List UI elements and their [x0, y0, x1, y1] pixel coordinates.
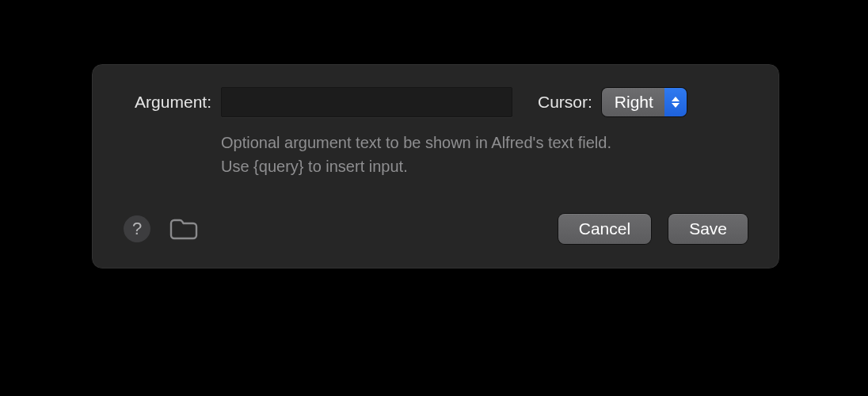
help-text-line1: Optional argument text to be shown in Al… — [221, 134, 611, 151]
cancel-button[interactable]: Cancel — [558, 214, 651, 244]
help-text-line2: Use {query} to insert input. — [221, 158, 408, 175]
help-icon: ? — [124, 215, 150, 242]
folder-icon — [168, 216, 200, 242]
dialog-panel: Argument: Cursor: Right Optional argumen… — [91, 63, 780, 269]
save-button[interactable]: Save — [668, 214, 748, 244]
argument-label: Argument: — [124, 93, 211, 112]
cancel-button-label: Cancel — [579, 219, 630, 238]
cursor-select[interactable]: Right — [602, 88, 687, 116]
dialog-footer: ? Cancel Save — [124, 211, 748, 246]
argument-help-text: Optional argument text to be shown in Al… — [221, 131, 712, 178]
argument-input[interactable] — [221, 87, 512, 117]
chevron-down-icon — [672, 103, 680, 108]
cursor-label: Cursor: — [538, 93, 592, 112]
help-button[interactable]: ? — [124, 215, 150, 242]
dropdown-stepper-icon — [664, 88, 687, 116]
argument-row: Argument: Cursor: Right — [124, 86, 748, 118]
open-folder-button[interactable] — [168, 216, 200, 242]
save-button-label: Save — [689, 219, 727, 238]
chevron-up-icon — [672, 97, 680, 101]
cursor-select-value: Right — [602, 88, 664, 116]
